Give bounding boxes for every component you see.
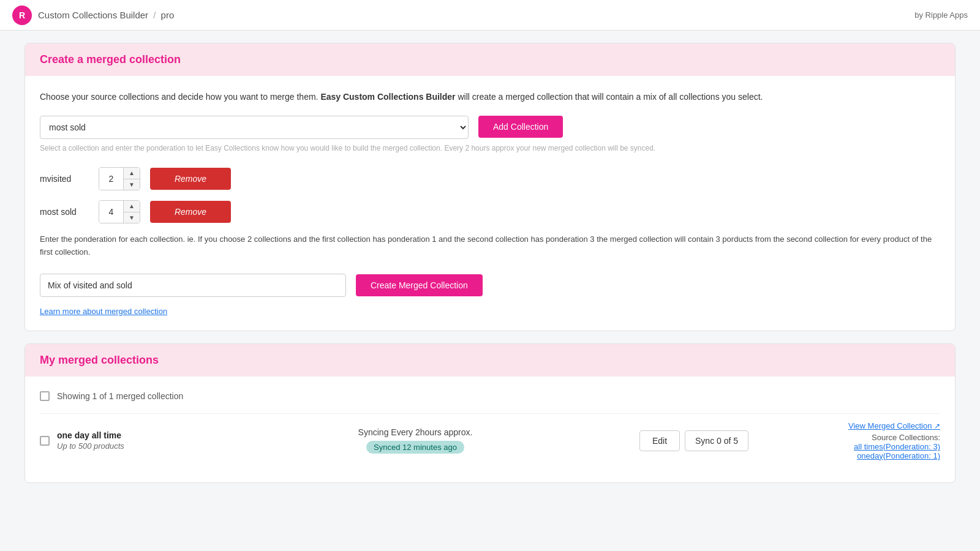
- showing-row: Showing 1 of 1 merged collection: [40, 391, 940, 401]
- merge-name-input[interactable]: [40, 274, 346, 297]
- stepper-controls-mostsold: ▲ ▼: [124, 201, 140, 223]
- sync-schedule: Syncing Every 2hours approx.: [199, 427, 631, 437]
- sync-badge: Synced 12 minutes ago: [366, 441, 464, 454]
- remove-mostsold-button[interactable]: Remove: [150, 201, 231, 223]
- edit-button[interactable]: Edit: [639, 430, 680, 451]
- my-merged-card: My merged collections Showing 1 of 1 mer…: [24, 343, 956, 483]
- stepper-value-mvisited: 2: [99, 168, 124, 190]
- action-buttons: Edit Sync 0 of 5: [639, 430, 749, 451]
- sync-info: Syncing Every 2hours approx. Synced 12 m…: [199, 427, 631, 454]
- add-collection-button[interactable]: Add Collection: [478, 116, 563, 138]
- create-card-title: Create a merged collection: [40, 53, 940, 66]
- source-link-all-times[interactable]: all times(Ponderation: 3): [756, 442, 940, 451]
- main-content: Create a merged collection Choose your s…: [12, 31, 968, 508]
- learn-more-link[interactable]: Learn more about merged collection: [40, 307, 167, 316]
- remove-mvisited-button[interactable]: Remove: [150, 168, 231, 190]
- stepper-mostsold: 4 ▲ ▼: [99, 200, 140, 223]
- stepper-down-mvisited[interactable]: ▼: [124, 179, 140, 190]
- collection-row-mostsold: most sold 4 ▲ ▼ Remove: [40, 200, 940, 223]
- app-logo: R: [12, 6, 32, 25]
- source-label: Source Collections:: [756, 433, 940, 442]
- collection-name-mvisited: mvisited: [40, 174, 89, 184]
- create-card-header: Create a merged collection: [25, 43, 955, 76]
- collection-row-mvisited: mvisited 2 ▲ ▼ Remove: [40, 167, 940, 190]
- item-sub: Up to 500 products: [57, 441, 192, 451]
- selector-row: most sold mvisited all times oneday Add …: [40, 116, 940, 139]
- ponderation-text: Enter the ponderation for each collectio…: [40, 233, 940, 259]
- item-info: one day all time Up to 500 products: [57, 430, 192, 451]
- merge-row: Create Merged Collection: [40, 274, 940, 297]
- intro-text: Choose your source collections and decid…: [40, 91, 940, 103]
- by-ripple-apps: by Ripple Apps: [914, 10, 968, 20]
- sync-button[interactable]: Sync 0 of 5: [685, 430, 748, 451]
- stepper-up-mvisited[interactable]: ▲: [124, 168, 140, 179]
- my-merged-card-title: My merged collections: [40, 354, 940, 367]
- create-merged-card: Create a merged collection Choose your s…: [24, 43, 956, 331]
- stepper-mvisited: 2 ▲ ▼: [99, 167, 140, 190]
- stepper-up-mostsold[interactable]: ▲: [124, 201, 140, 212]
- nav-left: R Custom Collections Builder / pro: [12, 6, 174, 25]
- stepper-value-mostsold: 4: [99, 201, 124, 223]
- select-all-checkbox[interactable]: [40, 391, 50, 401]
- stepper-down-mostsold[interactable]: ▼: [124, 212, 140, 223]
- create-merged-button[interactable]: Create Merged Collection: [356, 274, 483, 296]
- app-title: Custom Collections Builder / pro: [38, 10, 174, 20]
- collection-dropdown[interactable]: most sold mvisited all times oneday: [40, 116, 469, 139]
- top-nav: R Custom Collections Builder / pro by Ri…: [0, 0, 980, 31]
- collection-name-mostsold: most sold: [40, 207, 89, 217]
- create-card-body: Choose your source collections and decid…: [25, 76, 955, 331]
- table-area: Showing 1 of 1 merged collection one day…: [25, 377, 955, 482]
- stepper-controls-mvisited: ▲ ▼: [124, 168, 140, 190]
- my-merged-card-header: My merged collections: [25, 344, 955, 377]
- collection-links: View Merged Collection ↗ Source Collecti…: [756, 421, 940, 460]
- view-merged-link[interactable]: View Merged Collection ↗: [756, 421, 940, 430]
- merged-collection-item: one day all time Up to 500 products Sync…: [40, 413, 940, 468]
- source-link-oneday[interactable]: oneday(Ponderation: 1): [756, 451, 940, 460]
- hint-text: Select a collection and enter the ponder…: [40, 144, 940, 152]
- item-checkbox[interactable]: [40, 436, 50, 446]
- item-name: one day all time: [57, 430, 192, 440]
- showing-text: Showing 1 of 1 merged collection: [57, 391, 183, 401]
